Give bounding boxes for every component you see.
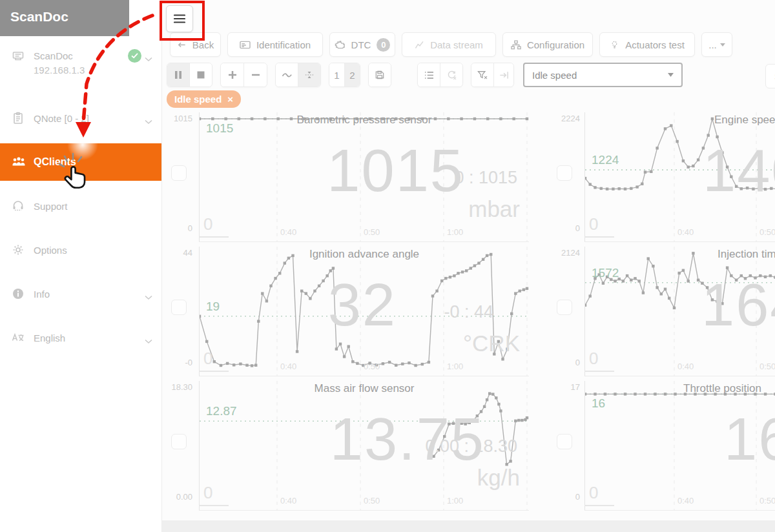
page-2-button[interactable]: 2 bbox=[344, 63, 360, 87]
chart-title: Ignition advance angle bbox=[309, 248, 419, 261]
series-checkbox[interactable] bbox=[171, 165, 187, 181]
go-to-end-button[interactable] bbox=[493, 63, 513, 87]
hamburger-icon bbox=[174, 14, 185, 23]
profile-filter-chip[interactable]: Idle speed × bbox=[167, 90, 241, 108]
chart-title: Barometric pressure sensor bbox=[297, 114, 432, 127]
value-range: -0 : 44 bbox=[444, 302, 493, 322]
chart-plot: Barometric pressure sensor 1015 0 1015 0… bbox=[199, 112, 529, 242]
right-edge-cut-button[interactable]: S bbox=[765, 64, 775, 88]
series-checkbox[interactable] bbox=[557, 165, 572, 181]
identification-button[interactable]: Identification bbox=[227, 32, 323, 57]
current-value: 164 bbox=[701, 271, 775, 339]
clear-filter-button[interactable] bbox=[471, 63, 493, 87]
inner-min-label: 0 bbox=[203, 214, 212, 234]
chevron-down-icon bbox=[145, 335, 152, 340]
x-tick-label: 0:50 bbox=[760, 227, 775, 237]
chart-cell-engine-speed: 2224 0 Engine speed 1224 0 140 0:400:50 bbox=[528, 111, 775, 245]
reset-refresh-button[interactable] bbox=[440, 63, 462, 87]
zoom-in-button[interactable] bbox=[221, 63, 243, 87]
dtc-count-badge: 0 bbox=[377, 38, 390, 52]
chart-plot: Ignition advance angle 19 0 32 -0 : 44 °… bbox=[199, 247, 529, 376]
y-axis-min: -0 bbox=[185, 358, 192, 367]
series-checkbox[interactable] bbox=[557, 300, 572, 315]
sidebar-item-label: ScanDoc bbox=[34, 50, 73, 61]
auto-scale-button[interactable] bbox=[298, 63, 320, 87]
chart-cell-ignition-advance: 44 -0 Ignition advance angle 19 0 32 -0 … bbox=[161, 245, 528, 380]
x-tick-label: 1:00 bbox=[447, 227, 463, 237]
device-icon bbox=[12, 49, 25, 62]
info-icon bbox=[12, 287, 25, 300]
sidebar-item-info[interactable]: Info bbox=[0, 281, 161, 307]
sidebar-header: ScanDoc bbox=[0, 0, 129, 36]
x-tick-label: 0:50 bbox=[760, 362, 775, 371]
inner-min-label: 0 bbox=[589, 214, 598, 234]
y-axis-max: 2224 bbox=[561, 114, 580, 123]
filter-clear-icon bbox=[477, 70, 488, 79]
x-tick-label: 0:50 bbox=[760, 496, 775, 506]
connected-check-icon bbox=[128, 49, 141, 63]
data-stream-icon bbox=[415, 41, 424, 49]
current-value: 140 bbox=[703, 137, 775, 205]
current-value: 32 bbox=[328, 271, 397, 339]
plus-icon bbox=[228, 70, 237, 79]
zoom-out-button[interactable] bbox=[243, 63, 267, 87]
gear-icon bbox=[12, 243, 25, 256]
more-button[interactable]: ... bbox=[701, 32, 732, 57]
current-value: 16 bbox=[724, 405, 775, 473]
chart-title: Engine speed bbox=[714, 114, 775, 127]
engine-check-icon bbox=[335, 40, 346, 50]
parameter-list-button[interactable] bbox=[418, 63, 440, 87]
sidebar-item-label: Info bbox=[34, 289, 50, 300]
translate-icon bbox=[12, 331, 25, 344]
series-checkbox[interactable] bbox=[171, 434, 187, 449]
page-1-button[interactable]: 1 bbox=[329, 63, 344, 87]
inner-min-label: 0 bbox=[203, 483, 212, 503]
sidebar-item-label: Options bbox=[34, 245, 67, 256]
list-icon bbox=[424, 71, 434, 79]
sidebar-item-label: QClients bbox=[34, 156, 76, 168]
actuators-test-button[interactable]: Actuators test bbox=[599, 32, 695, 57]
split-scale-icon bbox=[304, 70, 315, 80]
device-ip: 192.168.1.3 bbox=[34, 65, 85, 76]
dtc-button[interactable]: DTC 0 bbox=[329, 32, 395, 57]
chart-cell-mass-air-flow: 18.30 0.00 Mass air flow sensor 12.87 0 … bbox=[161, 380, 528, 514]
chart-plot: Injection time 1572 0 164 0:400:50 bbox=[584, 247, 775, 376]
identification-icon bbox=[240, 40, 251, 50]
sidebar-item-qclients[interactable]: QClients bbox=[0, 143, 161, 181]
sidebar-item-support[interactable]: Support bbox=[0, 193, 161, 219]
value-unit: kg/h bbox=[477, 465, 520, 491]
caret-down-icon bbox=[720, 43, 725, 46]
users-icon bbox=[12, 156, 25, 169]
series-checkbox[interactable] bbox=[557, 434, 572, 449]
hamburger-menu-button[interactable] bbox=[166, 5, 193, 32]
x-tick-label: 0:40 bbox=[677, 227, 694, 237]
bottom-scroll-strip[interactable] bbox=[161, 520, 775, 532]
series-checkbox[interactable] bbox=[171, 300, 187, 315]
pause-button[interactable] bbox=[167, 63, 189, 87]
save-button[interactable] bbox=[369, 63, 391, 87]
chart-cell-throttle-position: 17 0 Throttle position 16 0 16 0:400:50 bbox=[528, 380, 775, 514]
chart-toolbar: 1 2 bbox=[167, 63, 683, 87]
profile-select[interactable]: Idle speed bbox=[523, 63, 683, 87]
main-toolbar: Back Identification DTC 0 Data stream Co… bbox=[170, 32, 732, 57]
stop-button[interactable] bbox=[189, 63, 212, 87]
smooth-curve-button[interactable] bbox=[276, 63, 298, 87]
threshold-label: 16 bbox=[592, 396, 605, 411]
sidebar-item-language[interactable]: English bbox=[0, 325, 161, 351]
inner-min-label: 0 bbox=[203, 349, 212, 369]
y-axis-min: 0 bbox=[575, 358, 580, 367]
chip-close-icon[interactable]: × bbox=[227, 94, 233, 105]
data-stream-button[interactable]: Data stream bbox=[402, 32, 496, 57]
sidebar-item-options[interactable]: Options bbox=[0, 237, 161, 263]
x-tick-label: 0:40 bbox=[280, 362, 296, 371]
inner-min-label: 0 bbox=[589, 349, 598, 369]
back-button[interactable]: Back bbox=[170, 32, 221, 57]
stop-icon bbox=[197, 71, 205, 79]
configuration-button[interactable]: Configuration bbox=[502, 32, 593, 57]
sidebar-item-qnote[interactable]: QNote [0 - 2] bbox=[0, 105, 161, 131]
value-range: 0.00 : 18.30 bbox=[425, 436, 517, 456]
current-value: 1015 bbox=[327, 137, 464, 205]
x-tick-label: 1:00 bbox=[447, 362, 463, 371]
threshold-label: 12.87 bbox=[206, 404, 237, 418]
chevron-down-icon bbox=[145, 291, 152, 296]
